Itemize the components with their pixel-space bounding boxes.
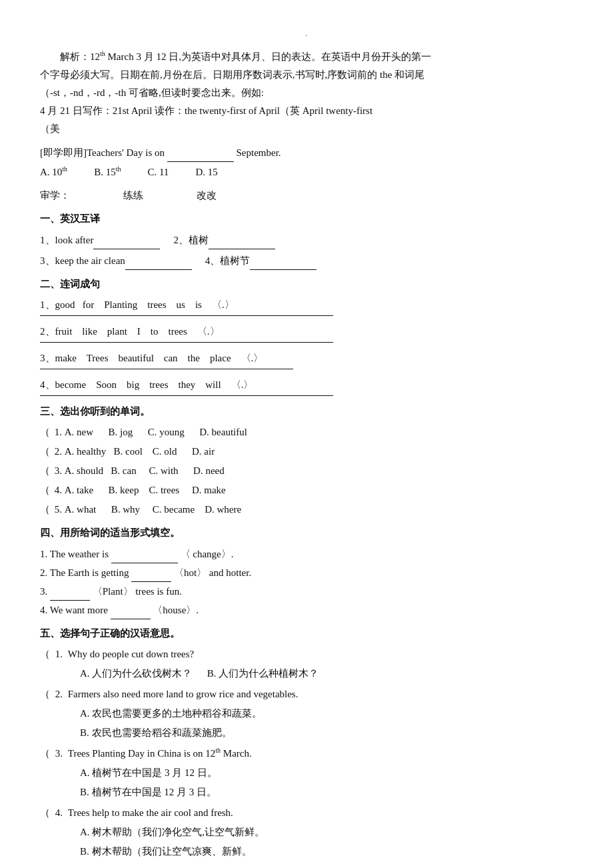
review-label1: 审学： bbox=[40, 187, 70, 205]
s5-q2: （ 2. Farmers also need more land to grow… bbox=[40, 685, 573, 742]
s3-q2-num: 2. bbox=[52, 443, 65, 461]
blank3 bbox=[125, 251, 192, 270]
s5-q4-optA: A. 树木帮助（我们净化空气,让空气新鲜。 bbox=[80, 823, 573, 841]
s5-q3-num: 3. bbox=[53, 745, 65, 763]
s5-q3-optA: A. 植树节在中国是 3 月 12 日。 bbox=[80, 764, 573, 782]
s5-paren2: （ bbox=[40, 685, 50, 703]
section3: 三、选出你听到的单词。 （ 1. A. new B. jog C. young … bbox=[40, 403, 573, 519]
s5-q2-num: 2. bbox=[53, 685, 65, 703]
s4-q1: 1. The weather is 〈 change〉. bbox=[40, 545, 573, 563]
s3-q3: （ 3. A. should B. can C. with D. need bbox=[40, 462, 573, 480]
s3-q4-num: 4. bbox=[52, 481, 65, 499]
s5-q1-text: Why do people cut down trees? bbox=[68, 645, 195, 663]
s3-q5: （ 5. A. what B. why C. became D. where bbox=[40, 501, 573, 519]
option-c: C. 11 bbox=[147, 163, 169, 181]
review-label2: 练练 bbox=[123, 187, 143, 205]
analysis-line2: 个字母必须大写。日期在前,月份在后。日期用序数词表示,书写时,序数词前的 the… bbox=[40, 66, 573, 84]
s2-q3: 3、make Trees beautiful can the place 〈.〉 bbox=[40, 349, 573, 369]
s5-q3: （ 3. Trees Planting Day in China is on 1… bbox=[40, 745, 573, 801]
s5-q3-text: Trees Planting Day in China is on 12th M… bbox=[68, 745, 252, 763]
s2-q4: 4、become Soon big trees they will 〈.〉 bbox=[40, 376, 573, 396]
section4-title: 四、用所给词的适当形式填空。 bbox=[40, 524, 573, 542]
paren4: （ bbox=[40, 481, 52, 499]
s5-q1: （ 1. Why do people cut down trees? A. 人们… bbox=[40, 645, 573, 683]
section1-row1: 1、look after 2、植树 bbox=[40, 231, 573, 249]
blank-s4-3 bbox=[50, 582, 90, 601]
paren2: （ bbox=[40, 443, 52, 461]
immediate-options: A. 10th B. 15th C. 11 D. 15 bbox=[40, 163, 573, 181]
s3-q2: （ 2. A. healthy B. cool C. old D. air bbox=[40, 443, 573, 461]
s5-paren4: （ bbox=[40, 804, 50, 822]
s2-q2: 2、fruit like plant I to trees 〈.〉 bbox=[40, 323, 573, 343]
s5-paren3: （ bbox=[40, 745, 50, 763]
s1-q1: 1、look after bbox=[40, 231, 160, 249]
answer-line3 bbox=[40, 369, 293, 369]
answer-line1 bbox=[40, 315, 333, 316]
blank-s4-2 bbox=[131, 563, 171, 582]
s2-q1: 1、good for Planting trees us is 〈.〉 bbox=[40, 296, 573, 316]
section1-title: 一、英汉互译 bbox=[40, 210, 573, 228]
immediate-label: [即学即用] bbox=[40, 147, 87, 158]
option-d: D. 15 bbox=[195, 163, 217, 181]
section1-row2: 3、keep the air clean 4、植树节 bbox=[40, 251, 573, 270]
s5-q4-num: 4. bbox=[53, 804, 65, 822]
analysis-line1: 解析：12th March 3 月 12 日,为英语中对具体月、日的表达。在英语… bbox=[40, 48, 573, 66]
option-b: B. 15th bbox=[94, 163, 121, 181]
s5-q2-optA: A. 农民也需要更多的土地种稻谷和蔬菜。 bbox=[80, 705, 573, 723]
option-a: A. 10th bbox=[40, 163, 67, 181]
section3-title: 三、选出你听到的单词。 bbox=[40, 403, 573, 421]
paren3: （ bbox=[40, 462, 52, 480]
s1-q4: 4、植树节 bbox=[205, 251, 317, 270]
analysis-line5: （美 bbox=[40, 120, 573, 138]
s3-q1: （ 1. A. new B. jog C. young D. beautiful bbox=[40, 423, 573, 441]
analysis-section: 解析：12th March 3 月 12 日,为英语中对具体月、日的表达。在英语… bbox=[40, 48, 573, 138]
analysis-line3: （-st，-nd，-rd，-th 可省略,但读时要念出来。例如: bbox=[40, 84, 573, 102]
blank-field bbox=[167, 143, 234, 162]
s4-q2: 2. The Earth is getting 〈hot〉 and hotter… bbox=[40, 563, 573, 582]
analysis-label: 解析： bbox=[60, 51, 90, 62]
paren5: （ bbox=[40, 501, 52, 519]
s3-q3-num: 3. bbox=[52, 462, 65, 480]
analysis-line4: 4 月 21 日写作：21st April 读作：the twenty-firs… bbox=[40, 102, 573, 120]
s5-q2-optB: B. 农民也需要给稻谷和蔬菜施肥。 bbox=[80, 724, 573, 742]
paren1: （ bbox=[40, 423, 52, 441]
s5-q4: （ 4. Trees help to make the air cool and… bbox=[40, 804, 573, 861]
s5-q1-num: 1. bbox=[53, 645, 65, 663]
s3-q2-opts: A. healthy B. cool C. old D. air bbox=[65, 443, 215, 461]
s3-q1-num: 1. bbox=[52, 423, 65, 441]
s3-q1-opts: A. new B. jog C. young D. beautiful bbox=[65, 423, 247, 441]
s3-q5-opts: A. what B. why C. became D. where bbox=[65, 501, 241, 519]
s3-q3-opts: A. should B. can C. with D. need bbox=[65, 462, 225, 480]
s4-q4: 4. We want more 〈house〉. bbox=[40, 601, 573, 619]
review-header: 审学： 练练 改改 bbox=[40, 187, 573, 205]
s5-paren1: （ bbox=[40, 645, 50, 663]
immediate-use-line: [即学即用]Teachers' Day is on September. bbox=[40, 143, 573, 162]
blank-s4-1 bbox=[111, 545, 178, 563]
s5-q4-optB: B. 树木帮助（我们让空气凉爽、新鲜。 bbox=[80, 843, 573, 861]
section2: 二、连词成句 1、good for Planting trees us is 〈… bbox=[40, 275, 573, 396]
answer-line4 bbox=[40, 395, 333, 396]
s5-q3-optB: B. 植树节在中国是 12 月 3 日。 bbox=[80, 783, 573, 801]
blank1 bbox=[93, 231, 160, 249]
answer-line2 bbox=[40, 342, 333, 343]
section5: 五、选择句子正确的汉语意思。 （ 1. Why do people cut do… bbox=[40, 625, 573, 861]
blank4 bbox=[250, 251, 316, 270]
blank-s4-4 bbox=[111, 601, 151, 619]
blank2 bbox=[209, 231, 275, 249]
section4: 四、用所给词的适当形式填空。 1. The weather is 〈 chang… bbox=[40, 524, 573, 619]
s5-q1-optA: A. 人们为什么砍伐树木？ B. 人们为什么种植树木？ bbox=[80, 665, 573, 683]
s3-q5-num: 5. bbox=[52, 501, 65, 519]
s1-q3: 3、keep the air clean bbox=[40, 251, 192, 270]
s5-q4-text: Trees help to make the air cool and fres… bbox=[68, 804, 233, 822]
s1-q2: 2、植树 bbox=[173, 231, 275, 249]
s3-q4-opts: A. take B. keep C. trees D. make bbox=[65, 481, 226, 499]
immediate-use-section: [即学即用]Teachers' Day is on September. A. … bbox=[40, 143, 573, 181]
section2-title: 二、连词成句 bbox=[40, 275, 573, 293]
s3-q4: （ 4. A. take B. keep C. trees D. make bbox=[40, 481, 573, 499]
section1: 一、英汉互译 1、look after 2、植树 3、keep the air … bbox=[40, 210, 573, 270]
review-label3: 改改 bbox=[197, 187, 217, 205]
s5-q2-text: Farmers also need more land to grow rice… bbox=[68, 685, 299, 703]
s4-q3: 3. 〈Plant〉 trees is fun. bbox=[40, 582, 573, 601]
page-dot-top: . bbox=[40, 27, 573, 41]
section5-title: 五、选择句子正确的汉语意思。 bbox=[40, 625, 573, 643]
